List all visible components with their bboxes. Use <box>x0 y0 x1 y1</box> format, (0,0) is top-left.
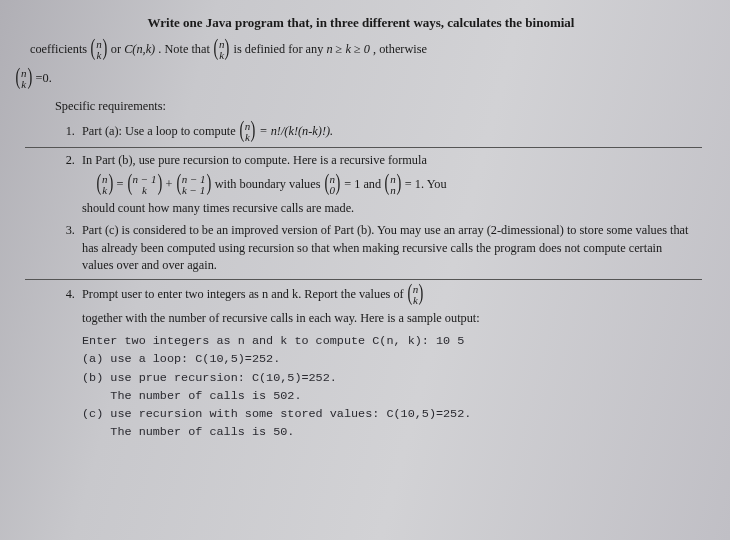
text: or <box>111 42 124 56</box>
text: n ≥ k ≥ 0 <box>326 42 370 56</box>
requirements-list-cont: In Part (b), use pure recursion to compu… <box>60 152 692 275</box>
req-item-d: Prompt user to enter two integers as n a… <box>78 284 692 442</box>
text: In Part (b), use pure recursion to compu… <box>82 153 427 167</box>
binom-n-0: n 0 <box>325 174 341 196</box>
req-item-a: Part (a): Use a loop to compute n k = n!… <box>78 121 692 143</box>
binom-nk: n k <box>408 284 424 306</box>
text: = n!/(k!(n-k)!). <box>259 124 333 138</box>
text: = 1. You <box>405 177 447 191</box>
binom-n-n: n n <box>385 174 401 196</box>
sample-output: Enter two integers as n and k to compute… <box>82 332 692 442</box>
text: C(n,k) <box>124 42 155 56</box>
document-title: Write one Java program that, in three di… <box>30 14 692 33</box>
binom-nk: n k <box>16 68 32 90</box>
binom-nk: n k <box>91 39 107 61</box>
divider <box>25 279 702 280</box>
req-item-c: Part (c) is considered to be an improved… <box>78 222 692 275</box>
intro-line-2: n k =0. <box>15 66 692 91</box>
text: Prompt user to enter two integers as n a… <box>82 287 407 301</box>
requirements-list: Part (a): Use a loop to compute n k = n!… <box>60 121 692 143</box>
intro-line-1: coefficients n k or C(n,k) . Note that n… <box>30 39 692 61</box>
requirements-heading: Specific requirements: <box>55 98 692 116</box>
text: =0. <box>36 71 52 85</box>
text: Part (a): Use a loop to compute <box>82 124 239 138</box>
divider <box>25 147 702 148</box>
text: Part (c) is considered to be an improved… <box>82 223 689 273</box>
document-page: Write one Java program that, in three di… <box>0 0 730 540</box>
text: with boundary values <box>215 177 324 191</box>
text: coefficients <box>30 42 90 56</box>
text: = 1 and <box>344 177 384 191</box>
text: , otherwise <box>373 42 427 56</box>
text: together with the number of recursive ca… <box>82 310 692 328</box>
recursive-formula: n k = n − 1 k + n − 1 k − 1 with boundar… <box>96 172 692 198</box>
req-item-b: In Part (b), use pure recursion to compu… <box>78 152 692 217</box>
binom-nk: n k <box>97 174 113 196</box>
binom-nm1-km1: n − 1 k − 1 <box>177 174 211 196</box>
requirements-list-cont2: Prompt user to enter two integers as n a… <box>60 284 692 442</box>
binom-nk: n k <box>214 39 230 61</box>
binom-nm1-k: n − 1 k <box>128 174 162 196</box>
binom-nk: n k <box>240 121 256 143</box>
text: . Note that <box>158 42 213 56</box>
text: is definied for any <box>234 42 327 56</box>
text: should count how many times recursive ca… <box>82 201 354 215</box>
